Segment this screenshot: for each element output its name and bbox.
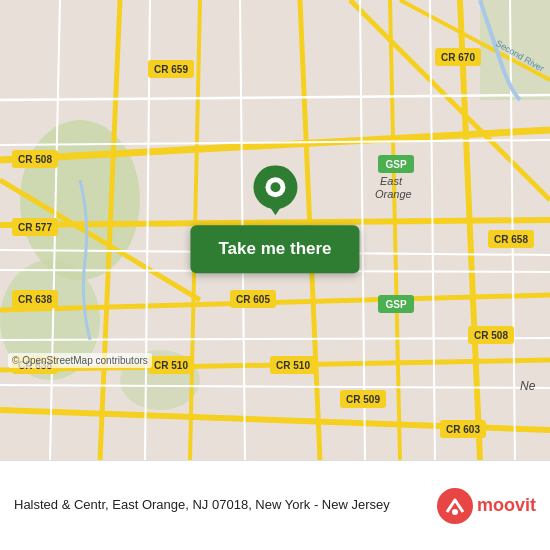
svg-text:CR 510: CR 510 [154,360,188,371]
svg-text:CR 659: CR 659 [154,64,188,75]
svg-text:Ne: Ne [520,379,536,393]
map-pin-icon [245,165,305,225]
svg-text:CR 508: CR 508 [18,154,52,165]
moovit-icon [437,488,473,524]
moovit-logo[interactable]: moovit [437,488,536,524]
address-line: Halsted & Centr, East Orange, NJ 07018, … [14,496,425,514]
button-overlay: Take me there [190,165,359,273]
map-container: CR 508 CR 659 CR 670 CR 577 CR 638 CR 63… [0,0,550,460]
svg-point-68 [437,488,473,524]
svg-text:GSP: GSP [385,159,406,170]
svg-point-66 [270,182,280,192]
svg-text:GSP: GSP [385,299,406,310]
osm-credit: © OpenStreetMap contributors [8,353,152,368]
moovit-text: moovit [477,495,536,516]
svg-point-69 [452,509,458,515]
svg-text:East: East [380,175,403,187]
svg-text:CR 670: CR 670 [441,52,475,63]
take-me-there-button[interactable]: Take me there [190,225,359,273]
svg-text:CR 509: CR 509 [346,394,380,405]
svg-text:CR 508: CR 508 [474,330,508,341]
svg-text:CR 577: CR 577 [18,222,52,233]
svg-text:CR 658: CR 658 [494,234,528,245]
svg-text:CR 603: CR 603 [446,424,480,435]
svg-text:CR 605: CR 605 [236,294,270,305]
svg-text:CR 510: CR 510 [276,360,310,371]
svg-text:Orange: Orange [375,188,412,200]
svg-text:CR 638: CR 638 [18,294,52,305]
address-section: Halsted & Centr, East Orange, NJ 07018, … [14,496,425,514]
bottom-bar: Halsted & Centr, East Orange, NJ 07018, … [0,460,550,550]
